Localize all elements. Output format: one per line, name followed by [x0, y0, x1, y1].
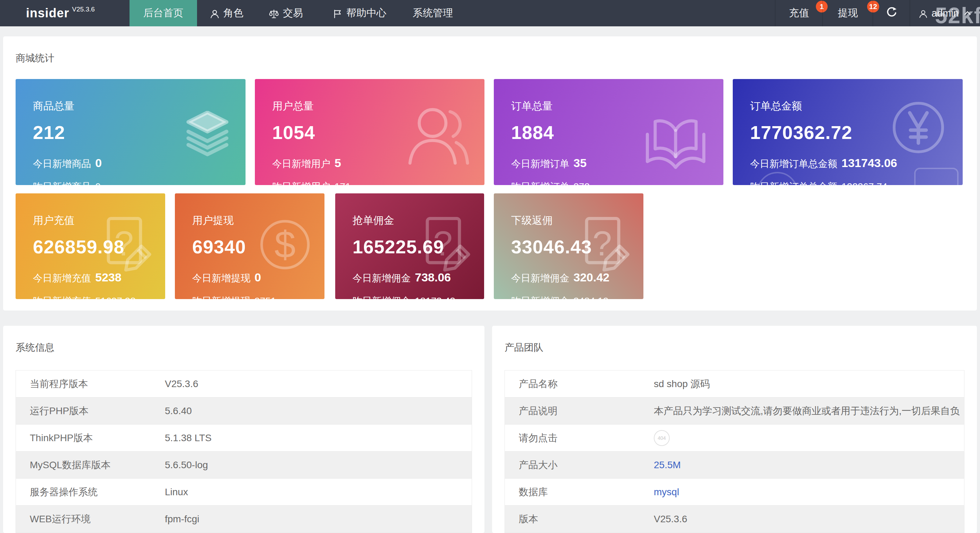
card-value: 69340	[192, 236, 325, 257]
card-yesterday: 昨日新增订单372	[511, 180, 724, 185]
card-title: 订单总金额	[750, 100, 963, 112]
table-row: 请勿点击 404	[505, 424, 964, 452]
logo-version: V25.3.6	[72, 6, 95, 13]
table-row: MySQL数据库版本5.6.50-log	[16, 452, 472, 479]
table-row: 产品说明本产品只为学习测试交流,请勿要做商业或者用于违法行为,一切后果自负	[505, 397, 964, 424]
nav-item-help-center[interactable]: 帮助中心	[332, 0, 387, 26]
admin-user-menu[interactable]: admin	[910, 0, 980, 26]
table-row: 当前程序版本V25.3.6	[16, 370, 472, 397]
card-today: 今日新增提现0	[192, 271, 325, 284]
card-title: 下级返佣	[511, 214, 643, 227]
withdraw-button[interactable]: 提现 12	[822, 0, 873, 26]
scales-icon	[268, 9, 280, 19]
product-team-panel: 产品团队 产品名称sd shop 源码 产品说明本产品只为学习测试交流,请勿要做…	[492, 326, 977, 533]
flag-icon	[332, 9, 343, 19]
card-today: 今日新增订单35	[511, 156, 724, 170]
card-title: 用户总量	[272, 100, 484, 112]
broken-image-404: 404	[654, 430, 670, 446]
refresh-button[interactable]	[873, 0, 910, 26]
admin-username: admin	[932, 8, 959, 19]
table-row: 版本V25.3.6	[505, 506, 964, 533]
user-icon	[210, 9, 220, 19]
nav-item-system-management[interactable]: 系统管理	[413, 0, 453, 26]
stat-card-total-products: 商品总量 212 今日新增商品0 昨日新增商品0	[16, 79, 245, 185]
nav-item-label: 系统管理	[413, 6, 453, 20]
product-team-heading: 产品团队	[504, 341, 543, 354]
user-icon	[918, 9, 928, 19]
page: 52kf insider V25.3.6 后台首页 角色	[0, 0, 980, 533]
nav-item-trade[interactable]: 交易	[268, 0, 303, 26]
card-value: 165225.69	[353, 236, 484, 257]
card-yesterday: 昨日新增佣金3484.19	[511, 295, 643, 299]
nav-item-label: 交易	[283, 6, 303, 20]
shop-stats-panel: 商城统计 商品总量 212 今日新增商品0 昨日新增商品0	[3, 37, 977, 311]
table-row: 数据库mysql	[505, 479, 964, 506]
table-row: 产品大小25.5M	[505, 452, 964, 479]
table-row: 产品名称sd shop 源码	[505, 370, 964, 397]
card-value: 1884	[511, 122, 724, 143]
card-yesterday: 昨日新增佣金18173.43	[353, 295, 484, 299]
card-today: 今日新增佣金320.42	[511, 271, 643, 284]
card-title: 商品总量	[33, 100, 245, 112]
card-today: 今日新增佣金738.06	[353, 271, 484, 284]
stat-card-total-users: 用户总量 1054 今日新增用户5 昨日新增用户171	[255, 79, 484, 185]
table-row: ThinkPHP版本5.1.38 LTS	[16, 424, 472, 452]
card-today: 今日新增订单总金额131743.06	[750, 156, 963, 170]
card-title: 订单总量	[511, 100, 724, 112]
database-link[interactable]: mysql	[654, 487, 679, 498]
system-info-table: 当前程序版本V25.3.6 运行PHP版本5.6.40 ThinkPHP版本5.…	[16, 370, 472, 533]
system-info-heading: 系统信息	[16, 341, 54, 354]
table-row: WEB运行环境fpm-fcgi	[16, 506, 472, 533]
app-logo[interactable]: insider V25.3.6	[26, 0, 95, 26]
card-yesterday: 昨日新增用户171	[272, 180, 484, 185]
card-yesterday: 昨日新增订单总金额122367.74	[750, 180, 963, 185]
product-team-table: 产品名称sd shop 源码 产品说明本产品只为学习测试交流,请勿要做商业或者用…	[504, 370, 964, 533]
card-title: 抢单佣金	[353, 214, 484, 227]
card-yesterday: 昨日新增充值51697.98	[33, 295, 165, 299]
card-yesterday: 昨日新增商品0	[33, 180, 245, 185]
card-value: 1770362.72	[750, 122, 963, 143]
product-size-link[interactable]: 25.5M	[654, 460, 681, 471]
stat-card-grab-commission: ? 抢单佣金 165225.69 今日新增佣金738.06 昨日新增佣金1817…	[335, 193, 484, 299]
stat-card-subordinate-rebate: ? 下级返佣 33046.43 今日新增佣金320.42 昨日新增佣金3484.…	[494, 193, 643, 299]
table-row: 运行PHP版本5.6.40	[16, 397, 472, 424]
stat-card-user-withdraw: $ 用户提现 69340 今日新增提现0 昨日新增提现9751	[175, 193, 325, 299]
system-info-panel: 系统信息 当前程序版本V25.3.6 运行PHP版本5.6.40 ThinkPH…	[3, 326, 484, 533]
chevron-up-icon	[963, 9, 972, 18]
card-today: 今日新增商品0	[33, 156, 245, 170]
card-yesterday: 昨日新增提现9751	[192, 295, 325, 299]
nav-item-label: 角色	[223, 6, 243, 20]
top-navbar: 52kf insider V25.3.6 后台首页 角色	[0, 0, 980, 26]
card-value: 33046.43	[511, 236, 643, 257]
stat-card-user-recharge: ? 用户充值 626859.98 今日新增充值5238 昨日新增充值51697.…	[16, 193, 165, 299]
card-today: 今日新增用户5	[272, 156, 484, 170]
withdraw-label: 提现	[838, 6, 858, 20]
card-value: 212	[33, 122, 245, 143]
recharge-button[interactable]: 充值 1	[775, 0, 823, 26]
nav-item-dashboard[interactable]: 后台首页	[129, 0, 197, 26]
card-today: 今日新增充值5238	[33, 271, 165, 284]
nav-item-label: 后台首页	[143, 6, 183, 20]
stat-card-total-orders: 订单总量 1884 今日新增订单35 昨日新增订单372	[494, 79, 724, 185]
card-title: 用户提现	[192, 214, 325, 227]
nav-item-label: 帮助中心	[346, 6, 387, 20]
stats-heading: 商城统计	[16, 52, 54, 65]
card-title: 用户充值	[33, 214, 165, 227]
card-value: 626859.98	[33, 236, 165, 257]
table-row: 服务器操作系统Linux	[16, 479, 472, 506]
refresh-icon	[886, 6, 898, 21]
nav-item-roles[interactable]: 角色	[210, 0, 243, 26]
recharge-label: 充值	[789, 6, 809, 20]
logo-text: insider	[26, 6, 69, 21]
stat-card-order-total-amount: 订单总金额 1770362.72 今日新增订单总金额131743.06 昨日新增…	[733, 79, 963, 185]
card-value: 1054	[272, 122, 484, 143]
